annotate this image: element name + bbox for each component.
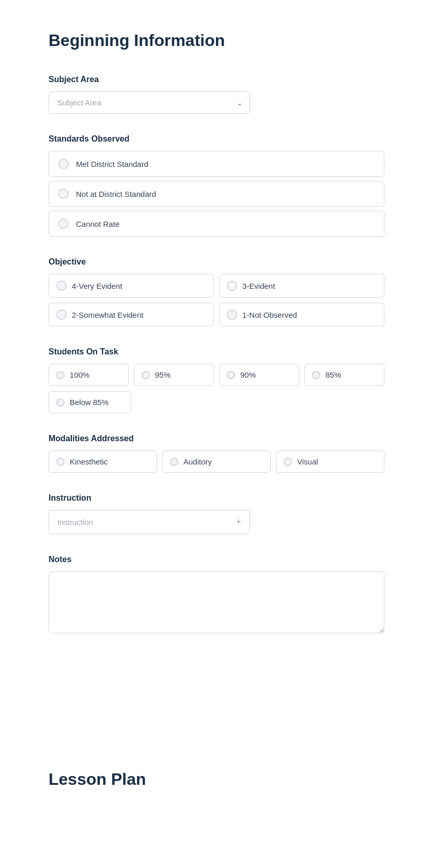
- radio-circle: [58, 189, 69, 199]
- radio-label: 1-Not Observed: [242, 311, 297, 319]
- radio-circle: [227, 309, 237, 320]
- modalities-label: Modalities Addressed: [49, 434, 385, 443]
- standards-option-cannot-rate[interactable]: Cannot Rate: [49, 211, 384, 237]
- objective-option-not-observed[interactable]: 1-Not Observed: [219, 303, 384, 327]
- instruction-placeholder: Instruction: [57, 518, 93, 526]
- radio-circle: [56, 281, 67, 291]
- instruction-label: Instruction: [49, 493, 385, 503]
- radio-label: 85%: [326, 370, 341, 379]
- students-on-task-row2: Below 85%: [49, 391, 131, 413]
- students-option-95[interactable]: 95%: [134, 364, 214, 386]
- subject-area-section: Subject Area Subject Area ⌄: [49, 75, 385, 114]
- notes-section: Notes: [49, 555, 385, 636]
- radio-circle: [58, 219, 69, 229]
- instruction-field[interactable]: Instruction +: [49, 510, 250, 534]
- radio-circle: [142, 371, 150, 379]
- plus-icon: +: [236, 517, 241, 528]
- radio-label: Below 85%: [70, 398, 109, 407]
- radio-label: 100%: [70, 370, 89, 379]
- radio-label: 90%: [240, 370, 256, 379]
- notes-label: Notes: [49, 555, 385, 564]
- radio-label: 95%: [155, 370, 171, 379]
- modality-option-auditory[interactable]: Auditory: [162, 451, 271, 473]
- radio-label: Auditory: [183, 457, 212, 466]
- standards-option-met-district[interactable]: Met District Standard: [49, 151, 384, 177]
- students-on-task-label: Students On Task: [49, 347, 385, 357]
- radio-label: 3-Evident: [242, 282, 275, 290]
- students-on-task-row1: 100% 95% 90% 85%: [49, 364, 384, 386]
- radio-label: Met District Standard: [76, 160, 148, 168]
- students-on-task-section: Students On Task 100% 95% 90% 85%: [49, 347, 385, 413]
- radio-circle: [58, 159, 69, 169]
- standards-observed-group: Met District Standard Not at District St…: [49, 151, 384, 237]
- modalities-section: Modalities Addressed Kinesthetic Auditor…: [49, 434, 385, 473]
- standards-observed-section: Standards Observed Met District Standard…: [49, 134, 385, 237]
- notes-textarea[interactable]: [49, 571, 384, 633]
- modalities-group: Kinesthetic Auditory Visual: [49, 451, 384, 473]
- students-option-90[interactable]: 90%: [219, 364, 299, 386]
- students-on-task-group: 100% 95% 90% 85% Below 85%: [49, 364, 384, 413]
- subject-area-wrapper: Subject Area ⌄: [49, 91, 250, 114]
- radio-label: Not at District Standard: [76, 190, 156, 198]
- objective-section: Objective 4-Very Evident 3-Evident 2-Som…: [49, 257, 385, 327]
- students-option-below-85[interactable]: Below 85%: [49, 391, 131, 413]
- radio-circle: [56, 371, 65, 379]
- radio-label: 4-Very Evident: [72, 282, 122, 290]
- radio-circle: [312, 371, 320, 379]
- page-title: Beginning Information: [49, 31, 385, 50]
- students-option-85[interactable]: 85%: [304, 364, 384, 386]
- radio-circle: [56, 309, 67, 320]
- instruction-section: Instruction Instruction +: [49, 493, 385, 534]
- objective-option-very-evident[interactable]: 4-Very Evident: [49, 274, 214, 298]
- radio-circle: [56, 398, 65, 407]
- subject-area-label: Subject Area: [49, 75, 385, 84]
- subject-area-select[interactable]: Subject Area: [49, 91, 250, 114]
- standards-observed-label: Standards Observed: [49, 134, 385, 144]
- radio-label: Visual: [297, 457, 318, 466]
- radio-circle: [56, 458, 65, 466]
- spacer: [49, 656, 385, 739]
- students-option-100[interactable]: 100%: [49, 364, 129, 386]
- lesson-plan-title: Lesson Plan: [49, 770, 385, 789]
- standards-option-not-at-district[interactable]: Not at District Standard: [49, 181, 384, 207]
- radio-label: Kinesthetic: [70, 457, 107, 466]
- radio-circle: [170, 458, 178, 466]
- modality-option-visual[interactable]: Visual: [276, 451, 384, 473]
- radio-label: Cannot Rate: [76, 220, 119, 228]
- objective-option-somewhat-evident[interactable]: 2-Somewhat Evident: [49, 303, 214, 327]
- radio-circle: [284, 458, 292, 466]
- radio-circle: [227, 371, 235, 379]
- modality-option-kinesthetic[interactable]: Kinesthetic: [49, 451, 157, 473]
- objective-label: Objective: [49, 257, 385, 267]
- objective-group: 4-Very Evident 3-Evident 2-Somewhat Evid…: [49, 274, 384, 327]
- radio-circle: [227, 281, 237, 291]
- objective-option-evident[interactable]: 3-Evident: [219, 274, 384, 298]
- radio-label: 2-Somewhat Evident: [72, 311, 143, 319]
